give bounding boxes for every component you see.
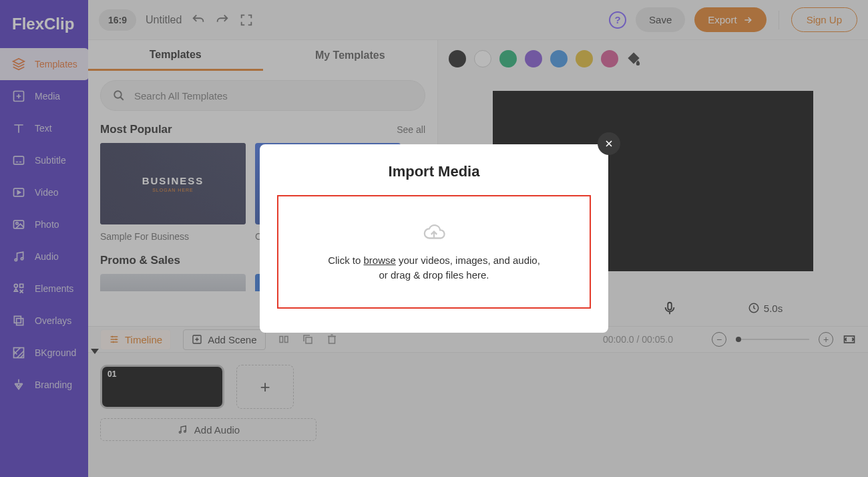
import-media-modal: Import Media Click to browse your videos… — [260, 144, 608, 333]
close-button[interactable] — [598, 132, 620, 155]
modal-title: Import Media — [277, 163, 591, 180]
modal-overlay[interactable]: Import Media Click to browse your videos… — [0, 0, 868, 477]
dropzone-text: Click to browse your videos, images, and… — [327, 253, 541, 283]
dropzone[interactable]: Click to browse your videos, images, and… — [277, 195, 591, 309]
upload-cloud-icon — [421, 221, 447, 244]
close-icon — [604, 138, 614, 149]
